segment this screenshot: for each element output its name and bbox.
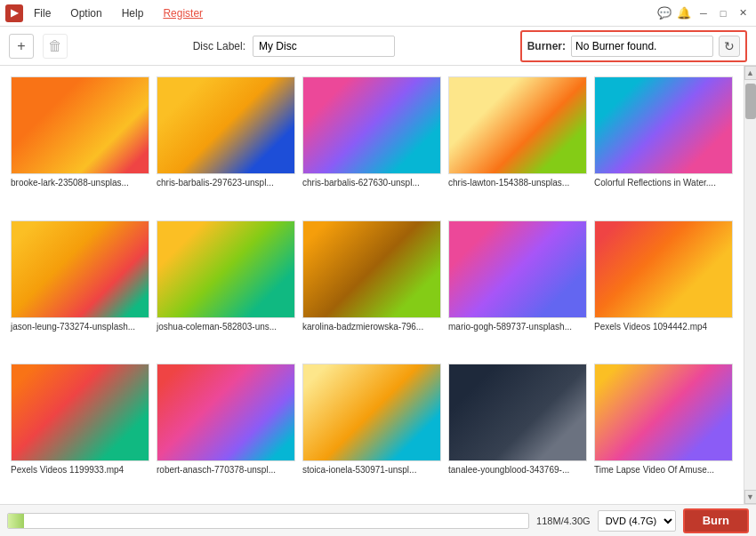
toolbar: + 🗑 Disc Label: Burner: No Burner found.… [0, 27, 756, 66]
thumbnail-label: joshua-coleman-582803-uns... [157, 321, 277, 332]
scroll-up-arrow[interactable]: ▲ [744, 66, 757, 80]
thumbnail-label: chris-barbalis-627630-unspl... [302, 177, 420, 188]
menu-option[interactable]: Option [67, 5, 105, 21]
progress-bar-container [7, 513, 529, 529]
list-item[interactable]: mario-gogh-589737-unsplash... [445, 217, 591, 361]
thumbnail-image [594, 364, 733, 461]
maximize-button[interactable]: □ [715, 5, 731, 21]
thumbnail-label: tanalee-youngblood-343769-... [448, 464, 569, 476]
list-item[interactable]: robert-anasch-770378-unspl... [153, 360, 299, 504]
list-item[interactable]: chris-barbalis-627630-unspl... [299, 73, 445, 217]
storage-info: 118M/4.30G [536, 516, 591, 526]
list-item[interactable]: jason-leung-733274-unsplash... [7, 217, 153, 361]
thumbnail-image [11, 220, 149, 318]
thumbnail-grid: brooke-lark-235088-unsplas...chris-barba… [0, 66, 744, 504]
add-button[interactable]: + [9, 34, 34, 59]
burner-select[interactable]: No Burner found. [571, 36, 713, 57]
thumbnail-label: mario-gogh-589737-unsplash... [448, 321, 572, 332]
close-button[interactable]: ✕ [735, 5, 751, 21]
list-item[interactable]: karolina-badzmierowska-796... [299, 217, 445, 361]
delete-button[interactable]: 🗑 [43, 34, 68, 59]
thumbnail-label: Pexels Videos 1094442.mp4 [594, 321, 707, 332]
menu-help[interactable]: Help [118, 5, 148, 21]
disc-type-select[interactable]: DVD (4.7G) [598, 510, 676, 532]
disc-label-input[interactable] [253, 36, 395, 57]
list-item[interactable]: tanalee-youngblood-343769-... [445, 360, 591, 504]
thumbnail-image [594, 76, 733, 174]
thumbnail-image [302, 76, 441, 174]
thumbnail-label: robert-anasch-770378-unspl... [157, 464, 276, 476]
status-bar: 118M/4.30G DVD (4.7G) Burn [0, 504, 756, 536]
list-item[interactable]: Pexels Videos 1094442.mp4 [591, 217, 736, 361]
scrollbar[interactable]: ▲ ▼ [744, 66, 756, 504]
thumbnail-image [157, 364, 295, 461]
notification-icon[interactable]: 🔔 [676, 5, 692, 21]
refresh-button[interactable]: ↻ [719, 36, 740, 57]
menu-bar: File Option Help Register [30, 5, 206, 21]
thumbnail-image [11, 76, 149, 174]
burn-button[interactable]: Burn [683, 508, 749, 533]
trash-icon: 🗑 [48, 38, 62, 54]
thumbnail-label: stoica-ionela-530971-unspl... [302, 464, 416, 476]
thumbnail-label: Pexels Videos 1199933.mp4 [11, 464, 124, 476]
menu-file[interactable]: File [30, 5, 54, 21]
thumbnail-image [157, 220, 295, 318]
thumbnail-label: Time Lapse Video Of Amuse... [594, 464, 714, 476]
thumbnail-label: Colorful Reflections in Water.... [594, 177, 716, 188]
thumbnail-image [302, 220, 441, 318]
list-item[interactable]: joshua-coleman-582803-uns... [153, 217, 299, 361]
title-bar: ▶ File Option Help Register 💬 🔔 ─ □ ✕ [0, 0, 756, 27]
disc-label-area: Disc Label: [193, 36, 395, 57]
title-bar-controls: 💬 🔔 ─ □ ✕ [656, 5, 751, 21]
app-icon: ▶ [5, 4, 23, 22]
list-item[interactable]: chris-lawton-154388-unsplas... [445, 73, 591, 217]
thumbnail-image [594, 220, 733, 318]
main-content: brooke-lark-235088-unsplas...chris-barba… [0, 66, 756, 504]
thumbnail-image [448, 76, 587, 174]
thumbnail-image [11, 364, 149, 461]
thumbnail-image [448, 220, 587, 318]
burner-label: Burner: [527, 40, 566, 52]
burner-area: Burner: No Burner found. ↻ [520, 30, 747, 62]
thumbnail-label: chris-lawton-154388-unsplas... [448, 177, 569, 188]
thumbnail-image [157, 76, 295, 174]
progress-bar-fill [8, 514, 24, 528]
minimize-button[interactable]: ─ [696, 5, 712, 21]
list-item[interactable]: stoica-ionela-530971-unspl... [299, 360, 445, 504]
list-item[interactable]: Time Lapse Video Of Amuse... [591, 360, 736, 504]
thumbnail-label: chris-barbalis-297623-unspl... [157, 177, 274, 188]
thumbnail-image [448, 364, 587, 461]
thumbnail-label: jason-leung-733274-unsplash... [11, 321, 135, 332]
thumbnail-image [302, 364, 441, 461]
thumbnail-label: brooke-lark-235088-unsplas... [11, 177, 129, 188]
thumbnail-label: karolina-badzmierowska-796... [302, 321, 423, 332]
list-item[interactable]: Colorful Reflections in Water.... [591, 73, 736, 217]
chat-icon[interactable]: 💬 [656, 5, 672, 21]
list-item[interactable]: brooke-lark-235088-unsplas... [7, 73, 153, 217]
scroll-thumb[interactable] [745, 84, 756, 119]
disc-label-text: Disc Label: [193, 40, 245, 52]
menu-register[interactable]: Register [159, 5, 206, 21]
list-item[interactable]: Pexels Videos 1199933.mp4 [7, 360, 153, 504]
list-item[interactable]: chris-barbalis-297623-unspl... [153, 73, 299, 217]
scroll-down-arrow[interactable]: ▼ [744, 490, 757, 504]
